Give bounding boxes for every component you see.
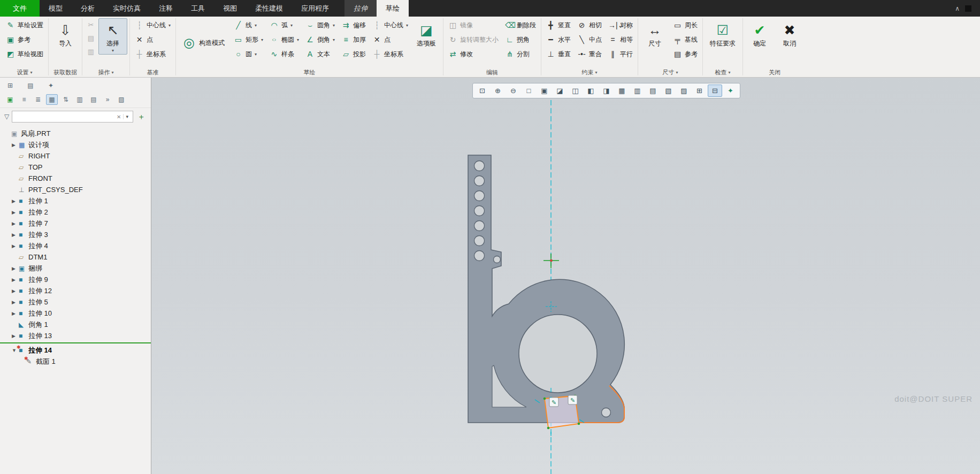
sketch-setup-button[interactable]: ✎ 草绘设置 <box>3 18 46 32</box>
expander-icon[interactable]: ▶ <box>12 266 19 271</box>
group-label-dimension[interactable]: 尺寸▾ <box>638 68 702 77</box>
columns-button[interactable]: ▥ <box>74 94 86 105</box>
dimension-button[interactable]: ↔ 尺寸 <box>640 18 669 48</box>
perimeter-button[interactable]: ▭ 周长 <box>670 18 700 32</box>
divide-button[interactable]: ⋔ 分割 <box>502 47 539 61</box>
expander-icon[interactable]: ▶ <box>12 221 19 226</box>
tree-item-extrude-1[interactable]: ▶ ■ 拉伸 1 <box>0 195 151 207</box>
tab-sketch-active[interactable]: 草绘 <box>377 0 409 17</box>
menubar-tab[interactable]: 柔性建模 <box>246 0 292 17</box>
modify-button[interactable]: ⇄ 修改 <box>446 47 501 61</box>
tree-item-extrude-7[interactable]: ▶ ■ 拉伸 7 <box>0 218 151 229</box>
csys-button[interactable]: ┼ 坐标系 <box>370 47 411 61</box>
sketch-orientation-button[interactable]: ✦ <box>723 85 738 97</box>
tree-item-extrude-2[interactable]: ▶ ■ 拉伸 2 <box>0 207 151 218</box>
csys-datum-button[interactable]: ┼ 坐标系 <box>132 47 173 61</box>
datum-display-button[interactable]: ▦ <box>615 85 629 97</box>
clear-search-icon[interactable]: ✕ <box>114 114 123 120</box>
menubar-tab[interactable]: 工具 <box>182 0 214 17</box>
tree-item-section-1[interactable]: ✱ ✎ 截面 1 <box>0 356 151 367</box>
tree-item-top-plane[interactable]: ▱ TOP <box>0 162 151 173</box>
menubar-tab[interactable]: 应用程序 <box>292 0 338 17</box>
group-label-inspect[interactable]: 检查▾ <box>703 68 742 77</box>
sort-button[interactable]: ⇅ <box>60 94 72 105</box>
spline-button[interactable]: ∿ 样条 <box>267 47 302 61</box>
coincident-constraint-button[interactable]: -•- 重合 <box>575 47 604 61</box>
delete-segment-button[interactable]: ⌫ 删除段 <box>502 18 539 32</box>
tree-item-part[interactable]: ▣ 风扇.PRT <box>0 128 151 139</box>
menubar-tab[interactable]: 视图 <box>214 0 246 17</box>
section-button[interactable]: ◪ <box>553 85 567 97</box>
expander-icon[interactable]: ▶ <box>12 288 19 294</box>
point-datum-button[interactable]: ✕ 点 <box>132 33 173 47</box>
import-button[interactable]: ⇩ 导入 <box>51 18 80 48</box>
fillet-button[interactable]: ⌣ 圆角 ▾ <box>303 18 338 32</box>
ellipse-button[interactable]: ○ 椭圆 ▾ <box>267 33 302 47</box>
references-button[interactable]: ▣ 参考 <box>3 33 46 47</box>
file-menu-button[interactable]: 文件 <box>0 0 40 17</box>
palette-button[interactable]: ◪ 选项板 <box>412 18 441 48</box>
rotate-resize-button[interactable]: ↻ 旋转调整大小 <box>446 33 501 47</box>
view-manager-button[interactable]: ◧ <box>584 85 598 97</box>
construction-mode-button[interactable]: ◎ 构造模式 <box>178 18 230 67</box>
sketch-display-button[interactable]: ▧ <box>661 85 676 97</box>
expander-icon[interactable]: ▶ <box>12 300 19 305</box>
tree-search-input[interactable] <box>14 113 114 120</box>
cut-button[interactable]: ✂ <box>85 18 97 31</box>
zoom-in-button[interactable]: ⊕ <box>491 85 505 97</box>
filter-funnel-icon[interactable]: ▽ <box>4 113 9 120</box>
symmetric-constraint-button[interactable]: →|← 对称 <box>606 18 636 32</box>
report-button[interactable]: ▧ <box>116 94 127 105</box>
favorites-button[interactable]: ✦ <box>45 80 57 91</box>
centerline-datum-button[interactable]: ┆ 中心线 ▾ <box>132 18 173 32</box>
expander-icon[interactable]: ▶ <box>12 142 19 148</box>
rectangle-button[interactable]: ▭ 矩形 ▾ <box>231 33 266 47</box>
spin-center-button[interactable]: ▤ <box>646 85 660 97</box>
paste-button[interactable]: ▥ <box>85 45 97 58</box>
feature-requirements-button[interactable]: ☑ 特征要求 <box>705 18 740 48</box>
lock-toggle-button[interactable]: ⊞ <box>692 85 707 97</box>
project-button[interactable]: ▱ 投影 <box>339 47 369 61</box>
tree-item-extrude-14[interactable]: ▼ ✱ ■ 拉伸 14 <box>0 345 151 356</box>
group-label-operations[interactable]: 操作▾ <box>82 68 129 77</box>
centerline-button[interactable]: ┆ 中心线 ▾ <box>370 18 411 32</box>
line-button[interactable]: ╱ 线 ▾ <box>231 18 266 32</box>
tree-item-bundle[interactable]: ▶ ▣ 捆绑 <box>0 263 151 274</box>
folder-browser-button[interactable]: ▤ <box>25 80 36 91</box>
midpoint-constraint-button[interactable]: ╲ 中点 <box>575 33 604 47</box>
perpendicular-constraint-button[interactable]: ⊥ 垂直 <box>543 47 573 61</box>
menubar-tab[interactable]: 分析 <box>72 0 104 17</box>
corner-button[interactable]: ∟ 拐角 <box>502 33 539 47</box>
grid-view-button[interactable]: ▦ <box>46 94 58 105</box>
group-label-settings[interactable]: 设置▾ <box>1 68 48 77</box>
display-style-button[interactable]: ▣ <box>537 85 552 97</box>
tree-item-extrude-9[interactable]: ▶ ■ 拉伸 9 <box>0 274 151 285</box>
point-button[interactable]: ✕ 点 <box>370 33 411 47</box>
add-filter-button[interactable]: ＋ <box>136 112 147 122</box>
tree-item-right-plane[interactable]: ▱ RIGHT <box>0 150 151 162</box>
expander-icon[interactable]: ▶ <box>12 243 19 249</box>
thicken-button[interactable]: ≡ 加厚 <box>339 33 369 47</box>
baseline-button[interactable]: ╤ 基线 <box>670 33 700 47</box>
expander-icon[interactable]: ▶ <box>12 333 19 339</box>
list-view-button[interactable]: ≡ <box>18 94 30 105</box>
offset-button[interactable]: ⇉ 偏移 <box>339 18 369 32</box>
expander-icon[interactable]: ▶ <box>12 210 19 215</box>
mirror-button[interactable]: ◫ 镜像 <box>446 18 501 32</box>
tree-item-dtm1[interactable]: ▱ DTM1 <box>0 251 151 263</box>
refit-button[interactable]: □ <box>522 85 536 97</box>
tangent-constraint-button[interactable]: ⊘ 相切 <box>575 18 604 32</box>
expander-icon[interactable]: ▶ <box>12 232 19 238</box>
group-label-constrain[interactable]: 约束▾ <box>541 68 638 77</box>
tree-item-extrude-3[interactable]: ▶ ■ 拉伸 3 <box>0 229 151 240</box>
copy-button[interactable]: ▤ <box>85 32 97 44</box>
annotation-display-button[interactable]: ▥ <box>630 85 645 97</box>
tree-item-extrude-12[interactable]: ▶ ■ 拉伸 12 <box>0 285 151 296</box>
tab-extrude-context[interactable]: 拉伸 <box>344 0 377 17</box>
select-button[interactable]: ↖ 选择 ▾ <box>98 18 127 55</box>
expander-icon[interactable]: ▶ <box>12 198 19 204</box>
equal-constraint-button[interactable]: = 相等 <box>606 33 636 47</box>
tree-item-extrude-10[interactable]: ▶ ■ 拉伸 10 <box>0 308 151 319</box>
search-dropdown-icon[interactable]: ▾ <box>123 114 131 119</box>
sketch-view-button[interactable]: ⊟ <box>708 85 722 97</box>
